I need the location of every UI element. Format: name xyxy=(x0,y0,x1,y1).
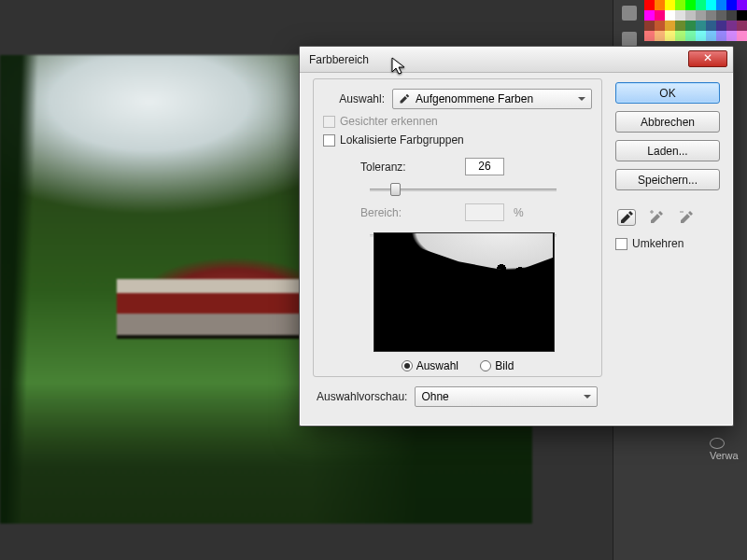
swatch[interactable] xyxy=(696,0,706,10)
swatch[interactable] xyxy=(737,31,747,41)
swatch[interactable] xyxy=(675,21,685,31)
panel-icon[interactable] xyxy=(622,6,637,21)
localized-clusters-label: Lokalisierte Farbgruppen xyxy=(340,133,464,147)
swatch[interactable] xyxy=(737,10,747,21)
swatch[interactable] xyxy=(706,10,716,21)
swatch[interactable] xyxy=(685,10,696,21)
swatch[interactable] xyxy=(655,21,665,31)
swatch[interactable] xyxy=(685,0,696,10)
swatch[interactable] xyxy=(665,0,675,10)
tolerance-input[interactable]: 26 xyxy=(465,158,504,175)
swatch[interactable] xyxy=(706,31,716,41)
close-button[interactable]: ✕ xyxy=(688,50,727,67)
swatch[interactable] xyxy=(675,31,685,41)
swatch[interactable] xyxy=(716,21,726,31)
eyedropper-add-tool[interactable] xyxy=(647,209,666,226)
swatch[interactable] xyxy=(665,21,675,31)
selection-preview-dropdown[interactable]: Ohne xyxy=(415,386,598,407)
range-input xyxy=(465,203,504,221)
select-label: Auswahl: xyxy=(339,92,385,105)
dialog-titlebar[interactable]: Farbbereich ✕ xyxy=(300,47,733,73)
tolerance-label: Toleranz: xyxy=(360,161,456,174)
ok-button[interactable]: OK xyxy=(615,82,720,104)
panel-toggle-icons[interactable] xyxy=(616,0,642,52)
swatch[interactable] xyxy=(655,31,665,41)
swatch[interactable] xyxy=(665,10,675,21)
swatch[interactable] xyxy=(716,10,726,21)
swatch[interactable] xyxy=(696,21,706,31)
swatch[interactable] xyxy=(655,0,665,10)
swatches-panel[interactable] xyxy=(644,0,747,41)
swatch[interactable] xyxy=(706,0,716,10)
select-value: Aufgenommene Farben xyxy=(416,92,533,105)
radio-dot-icon xyxy=(480,360,491,371)
swatch[interactable] xyxy=(726,0,737,10)
visibility-toggle[interactable]: Verwa xyxy=(710,437,747,461)
swatch[interactable] xyxy=(675,10,685,21)
tolerance-slider[interactable] xyxy=(370,181,557,198)
swatch[interactable] xyxy=(696,10,706,21)
swatch[interactable] xyxy=(716,0,726,10)
swatch[interactable] xyxy=(726,10,737,21)
selection-preview-label: Auswahlvorschau: xyxy=(317,390,407,403)
invert-checkbox[interactable] xyxy=(615,238,627,250)
swatch[interactable] xyxy=(726,31,737,41)
swatch[interactable] xyxy=(706,21,716,31)
dialog-title: Farbbereich xyxy=(309,53,369,66)
detect-faces-checkbox xyxy=(323,116,335,128)
swatch[interactable] xyxy=(655,10,665,21)
eyedropper-tool[interactable] xyxy=(617,209,636,226)
swatch[interactable] xyxy=(644,31,655,41)
invert-label: Umkehren xyxy=(632,237,684,250)
panel-icon[interactable] xyxy=(622,32,637,47)
range-label: Bereich: xyxy=(360,206,456,219)
radio-selection[interactable]: Auswahl xyxy=(402,359,458,372)
swatch[interactable] xyxy=(675,0,685,10)
swatch[interactable] xyxy=(737,0,747,10)
options-group: Auswahl: Aufgenommene Farben Gesichter e… xyxy=(313,78,602,377)
cancel-button[interactable]: Abbrechen xyxy=(615,111,720,133)
color-range-dialog: Farbbereich ✕ Auswahl: Aufgenommene Farb… xyxy=(299,46,734,427)
swatch[interactable] xyxy=(716,31,726,41)
swatch[interactable] xyxy=(644,10,655,21)
selection-preview xyxy=(374,232,555,352)
swatch[interactable] xyxy=(685,21,696,31)
save-button[interactable]: Speichern... xyxy=(615,169,720,190)
swatch[interactable] xyxy=(696,31,706,41)
radio-dot-icon xyxy=(402,360,413,371)
eyedropper-subtract-tool[interactable] xyxy=(677,209,696,226)
load-button[interactable]: Laden... xyxy=(615,140,720,161)
range-unit: % xyxy=(514,206,524,219)
swatch[interactable] xyxy=(726,21,737,31)
eyedropper-icon xyxy=(399,93,410,105)
radio-image[interactable]: Bild xyxy=(480,359,514,372)
swatch[interactable] xyxy=(644,21,655,31)
swatch[interactable] xyxy=(665,31,675,41)
swatch[interactable] xyxy=(685,31,696,41)
localized-clusters-checkbox[interactable] xyxy=(323,134,335,147)
detect-faces-label: Gesichter erkennen xyxy=(340,115,438,128)
swatch[interactable] xyxy=(737,21,747,31)
swatch[interactable] xyxy=(644,0,655,10)
select-dropdown[interactable]: Aufgenommene Farben xyxy=(392,89,592,109)
